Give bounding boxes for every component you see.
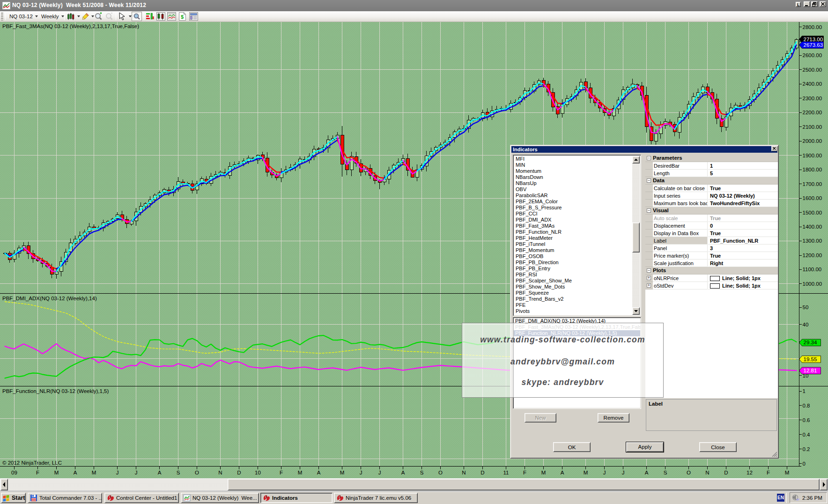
- svg-text:2000.00: 2000.00: [803, 138, 822, 144]
- svg-text:F: F: [36, 470, 39, 475]
- svg-text:PBF_Fast_3MAs(NQ 03-12 (Weekly: PBF_Fast_3MAs(NQ 03-12 (Weekly),2,13,17,…: [2, 23, 139, 29]
- svg-text:1900.00: 1900.00: [803, 153, 822, 158]
- svg-text:O: O: [195, 470, 199, 475]
- svg-text:2500.00: 2500.00: [803, 67, 822, 73]
- svg-text:0: 0: [803, 461, 806, 467]
- svg-text:J: J: [116, 470, 119, 475]
- svg-text:D: D: [481, 470, 484, 475]
- svg-text:J: J: [603, 470, 606, 475]
- svg-text:O: O: [438, 470, 443, 475]
- svg-text:10: 10: [255, 470, 261, 475]
- svg-text:1400.00: 1400.00: [803, 224, 822, 230]
- svg-text:50: 50: [803, 304, 809, 310]
- svg-text:40: 40: [803, 322, 809, 327]
- svg-text:1000.00: 1000.00: [803, 281, 822, 287]
- svg-text:O: O: [687, 470, 691, 475]
- svg-text:1700.00: 1700.00: [803, 181, 822, 187]
- svg-text:1800.00: 1800.00: [803, 167, 822, 172]
- svg-text:M: M: [584, 470, 588, 475]
- svg-text:A: A: [317, 470, 321, 475]
- svg-text:1500.00: 1500.00: [803, 210, 822, 215]
- svg-text:M: M: [541, 470, 546, 475]
- svg-text:2300.00: 2300.00: [803, 96, 822, 101]
- svg-text:S: S: [177, 470, 180, 475]
- svg-text:J: J: [135, 470, 138, 475]
- svg-text:A: A: [645, 470, 649, 475]
- svg-text:J: J: [378, 470, 381, 475]
- svg-text:A: A: [561, 470, 564, 475]
- svg-text:0.8: 0.8: [803, 403, 810, 408]
- svg-text:2800.00: 2800.00: [803, 24, 822, 30]
- svg-text:M: M: [340, 470, 345, 475]
- svg-text:M: M: [92, 470, 96, 475]
- svg-text:N: N: [705, 470, 709, 475]
- svg-text:PBF_DMI_ADX(NQ 03-12 (Weekly),: PBF_DMI_ADX(NQ 03-12 (Weekly),14): [2, 296, 97, 301]
- svg-text:2200.00: 2200.00: [803, 110, 822, 115]
- svg-text:S: S: [664, 470, 667, 475]
- svg-text:D: D: [724, 470, 728, 475]
- svg-text:11: 11: [503, 470, 509, 475]
- svg-text:M: M: [54, 470, 59, 475]
- svg-text:F: F: [523, 470, 526, 475]
- svg-text:F: F: [280, 470, 283, 475]
- svg-text:0.4: 0.4: [803, 432, 811, 437]
- svg-text:2600.00: 2600.00: [803, 52, 822, 58]
- svg-text:A: A: [158, 470, 162, 475]
- svg-text:1600.00: 1600.00: [803, 195, 822, 201]
- svg-text:2673.63: 2673.63: [804, 42, 823, 48]
- svg-text:D: D: [237, 470, 241, 475]
- svg-text:S: S: [420, 470, 424, 475]
- svg-text:1100.00: 1100.00: [803, 267, 822, 272]
- svg-text:M: M: [785, 470, 790, 475]
- svg-text:1200.00: 1200.00: [803, 252, 822, 258]
- svg-text:29.34: 29.34: [804, 340, 817, 345]
- svg-text:$: $: [181, 14, 184, 20]
- svg-text:M: M: [298, 470, 303, 475]
- svg-text:J: J: [622, 470, 625, 475]
- svg-text:PBF_Function_NLR(NQ 03-12 (Wee: PBF_Function_NLR(NQ 03-12 (Weekly),1,5): [2, 388, 109, 394]
- svg-text:0.2: 0.2: [803, 446, 810, 452]
- svg-text:09: 09: [11, 470, 17, 475]
- svg-text:0.6: 0.6: [803, 417, 810, 423]
- svg-text:12.81: 12.81: [804, 368, 817, 373]
- svg-text:© 2012 NinjaTrader, LLC: © 2012 NinjaTrader, LLC: [2, 460, 62, 466]
- svg-text:2100.00: 2100.00: [803, 124, 822, 130]
- svg-text:A: A: [74, 470, 77, 475]
- svg-text:1300.00: 1300.00: [803, 238, 822, 244]
- svg-text:2400.00: 2400.00: [803, 81, 822, 87]
- svg-text:J: J: [360, 470, 362, 475]
- svg-text:19.55: 19.55: [804, 356, 817, 362]
- svg-text:A: A: [401, 470, 405, 475]
- svg-text:N: N: [218, 470, 222, 475]
- svg-text:1: 1: [803, 388, 806, 394]
- svg-text:2713.00: 2713.00: [804, 37, 823, 42]
- svg-text:12: 12: [747, 470, 753, 475]
- svg-text:N: N: [462, 470, 466, 475]
- svg-text:F: F: [767, 470, 770, 475]
